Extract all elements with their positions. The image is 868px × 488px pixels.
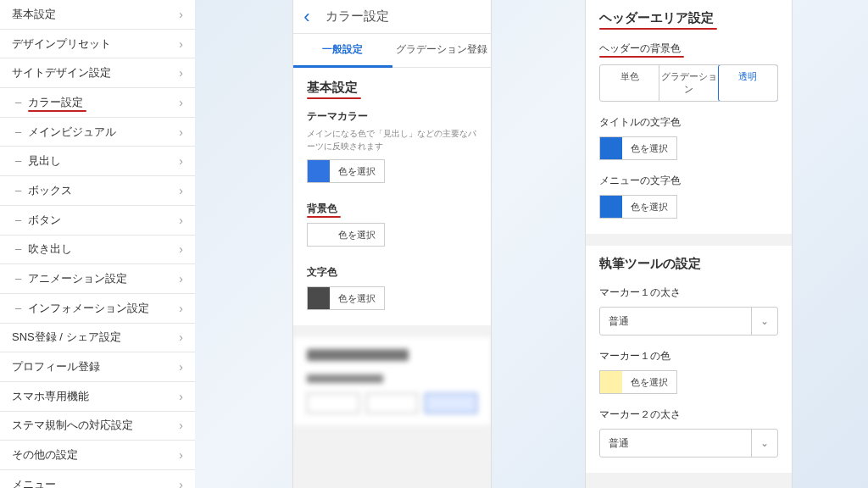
chevron-right-icon: › (179, 242, 183, 256)
section-title: 基本設定 (307, 80, 358, 96)
sidebar-item-label: カラー設定 (28, 96, 83, 108)
sidebar-item-label: メインビジュアル (28, 125, 116, 138)
sidebar-item-heading[interactable]: –見出し › (0, 147, 195, 176)
panel-body: 基本設定 テーマカラー メインになる色で「見出し」などの主要なパーツに反映されま… (293, 68, 491, 488)
select-value: 普通 (609, 314, 629, 329)
sidebar-item-label: メニュー (12, 477, 56, 488)
sidebar-item-other[interactable]: その他の設定 › (0, 441, 195, 470)
header-area-section: ヘッダーエリア設定 ヘッダーの背景色 単色 グラデーション 透明 タイトルの文字… (586, 0, 792, 234)
seg-transparent[interactable]: 透明 (718, 64, 778, 102)
dash-icon: – (15, 214, 21, 226)
bg-color-label: 背景色 (307, 202, 477, 216)
bg-color-picker[interactable]: 色を選択 (307, 223, 385, 247)
color-pick-label: 色を選択 (622, 142, 676, 155)
color-swatch (308, 160, 330, 182)
sidebar-item-menu[interactable]: メニュー › (0, 470, 195, 488)
chevron-right-icon: › (179, 125, 183, 139)
dash-icon: – (15, 242, 21, 255)
color-swatch (600, 371, 622, 393)
sidebar-item-color-settings[interactable]: –カラー設定 › (0, 88, 195, 118)
sidebar-item-profile[interactable]: プロフィール登録 › (0, 352, 195, 382)
sidebar-item-label: 基本設定 (12, 7, 56, 22)
sidebar-item-main-visual[interactable]: –メインビジュアル › (0, 118, 195, 147)
text-color-picker[interactable]: 色を選択 (307, 286, 385, 310)
sidebar-item-label: その他の設定 (12, 447, 78, 463)
sidebar-item-label: インフォメーション設定 (28, 302, 149, 314)
color-pick-label: 色を選択 (330, 229, 384, 241)
header-bg-label: ヘッダーの背景色 (599, 42, 778, 56)
chevron-left-icon: ‹ (303, 6, 309, 28)
menu-color-label: メニューの文字色 (599, 174, 778, 188)
basic-settings-section: 基本設定 テーマカラー メインになる色で「見出し」などの主要なパーツに反映されま… (293, 68, 491, 325)
chevron-down-icon: ⌄ (751, 430, 769, 457)
sidebar-item-information[interactable]: –インフォメーション設定 › (0, 294, 195, 324)
color-swatch (600, 137, 622, 159)
chevron-right-icon: › (179, 448, 183, 462)
right-panel-body: ヘッダーエリア設定 ヘッダーの背景色 単色 グラデーション 透明 タイトルの文字… (586, 0, 792, 488)
chevron-right-icon: › (179, 360, 183, 374)
tab-general[interactable]: 一般設定 (293, 34, 392, 68)
marker1-color-picker[interactable]: 色を選択 (599, 370, 677, 394)
menu-color-picker[interactable]: 色を選択 (599, 195, 677, 219)
tab-gradient[interactable]: グラデーション登録 (392, 34, 492, 67)
section-title: 執筆ツールの設定 (599, 256, 701, 272)
dash-icon: – (15, 96, 21, 108)
sidebar-item-box[interactable]: –ボックス › (0, 176, 195, 206)
select-value: 普通 (609, 436, 629, 451)
title-color-label: タイトルの文字色 (599, 115, 778, 130)
panel-header: ‹ カラー設定 (293, 0, 491, 34)
panel-title: カラー設定 (320, 8, 491, 25)
theme-color-desc: メインになる色で「見出し」などの主要なパーツに反映されます (307, 127, 477, 152)
header-bg-segmented: 単色 グラデーション 透明 (599, 64, 778, 102)
dash-icon: – (15, 184, 21, 197)
color-pick-label: 色を選択 (622, 376, 676, 389)
marker1-thickness-select[interactable]: 普通 ⌄ (599, 307, 778, 336)
sidebar-item-button[interactable]: –ボタン › (0, 206, 195, 236)
dash-icon: – (15, 302, 21, 314)
chevron-right-icon: › (179, 330, 183, 344)
chevron-right-icon: › (179, 8, 183, 21)
title-color-picker[interactable]: 色を選択 (599, 136, 677, 160)
marker2-thickness-label: マーカー２の太さ (599, 408, 778, 422)
sidebar-item-label: デザインプリセット (12, 36, 111, 52)
panel-tabs: 一般設定 グラデーション登録 (293, 34, 491, 68)
color-swatch (600, 196, 622, 218)
sidebar-item-stealth-marketing[interactable]: ステマ規制への対応設定 › (0, 412, 195, 441)
sidebar-item-label: SNS登録 / シェア設定 (12, 330, 121, 345)
sidebar-item-site-design[interactable]: サイトデザイン設定 › (0, 58, 195, 88)
writing-tools-section: 執筆ツールの設定 マーカー１の太さ 普通 ⌄ マーカー１の色 色を選択 マーカー… (586, 246, 792, 473)
chevron-right-icon: › (179, 302, 183, 315)
color-swatch (308, 224, 330, 246)
color-swatch (308, 287, 330, 309)
chevron-right-icon: › (179, 272, 183, 286)
color-settings-panel: ‹ カラー設定 一般設定 グラデーション登録 基本設定 テーマカラー メインにな… (292, 0, 492, 488)
seg-solid[interactable]: 単色 (600, 65, 659, 101)
chevron-right-icon: › (179, 214, 183, 227)
dash-icon: – (15, 125, 21, 138)
back-button[interactable]: ‹ (293, 6, 320, 28)
chevron-right-icon: › (179, 37, 183, 51)
sidebar-item-basic-settings[interactable]: 基本設定 › (0, 0, 195, 30)
chevron-right-icon: › (179, 154, 183, 168)
theme-color-picker[interactable]: 色を選択 (307, 159, 385, 183)
chevron-right-icon: › (179, 66, 183, 80)
sidebar-item-label: ボタン (28, 214, 61, 226)
chevron-right-icon: › (179, 390, 183, 403)
header-area-panel: ヘッダーエリア設定 ヘッダーの背景色 単色 グラデーション 透明 タイトルの文字… (585, 0, 793, 488)
chevron-down-icon: ⌄ (751, 308, 769, 335)
marker1-thickness-label: マーカー１の太さ (599, 286, 778, 300)
sidebar-item-label: プロフィール登録 (12, 359, 100, 374)
sidebar-item-animation[interactable]: –アニメーション設定 › (0, 264, 195, 294)
sidebar-item-label: 見出し (28, 154, 61, 167)
sidebar-item-design-preset[interactable]: デザインプリセット › (0, 30, 195, 59)
sidebar-item-speech-bubble[interactable]: –吹き出し › (0, 236, 195, 265)
sidebar-item-label: 吹き出し (28, 242, 72, 255)
marker1-color-label: マーカー１の色 (599, 349, 778, 363)
sidebar-item-label: アニメーション設定 (28, 272, 127, 285)
sidebar-item-sns-share[interactable]: SNS登録 / シェア設定 › (0, 324, 195, 353)
sidebar-item-smartphone[interactable]: スマホ専用機能 › (0, 382, 195, 412)
seg-gradient[interactable]: グラデーション (659, 65, 718, 101)
marker2-thickness-select[interactable]: 普通 ⌄ (599, 429, 778, 458)
dash-icon: – (15, 154, 21, 167)
theme-color-label: テーマカラー (307, 109, 477, 124)
